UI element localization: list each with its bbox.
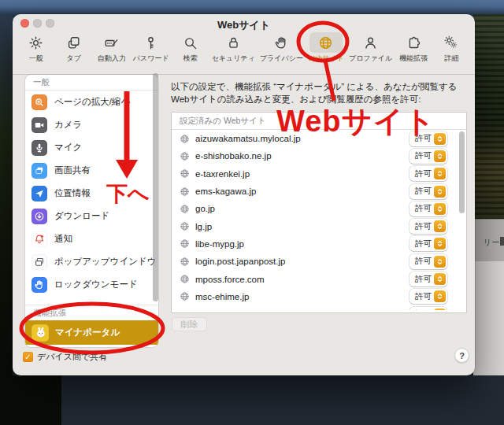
toolbar-tab-icon-well: [309, 32, 343, 53]
sidebar-item-mynaportal-selected[interactable]: マイナポータル: [25, 320, 158, 345]
toolbar-tab[interactable]: タブ: [57, 32, 91, 64]
toolbar-tab[interactable]: 検索: [174, 32, 207, 64]
table-row[interactable]: aizuwakamatsu.mylocal.jp 許可: [172, 130, 466, 147]
table-row[interactable]: login.post.japanpost.jp 許可: [172, 253, 466, 270]
safari-settings-window: Webサイト 一般 タブ 自動入力: [13, 14, 475, 375]
titlebar: Webサイト: [13, 14, 475, 30]
table-row[interactable]: msc-ehime.jp 許可: [172, 288, 466, 305]
toolbar-tab[interactable]: Webサイト: [308, 32, 344, 64]
sidebar-item[interactable]: ページの拡大/縮小: [25, 91, 158, 113]
permission-select[interactable]: 許可: [410, 219, 447, 234]
toolbar-tab-icon-well: [135, 32, 168, 53]
websites-sidebar: 一般 ページの拡大/縮小 カメラ マイク: [25, 75, 158, 347]
toolbar-tab-icon: [28, 35, 43, 50]
sidebar-section-extensions: 機能拡張: [25, 305, 158, 320]
website-domain: e-taxrenkei.jp: [195, 169, 250, 179]
toolbar-tab-label: プロファイル: [349, 54, 392, 64]
sidebar-item-label: マイナポータル: [55, 327, 120, 338]
wallpaper-bottom-left: [0, 375, 61, 425]
sidebar-item-label: カメラ: [54, 119, 82, 131]
background-fragment-chip: [500, 237, 504, 246]
toolbar-tab[interactable]: 機能拡張: [397, 32, 430, 64]
sidebar-item[interactable]: 画面共有: [25, 159, 158, 182]
toolbar-tab-label: プライバシー: [260, 54, 303, 64]
mynaportal-rabbit-icon: [32, 324, 49, 342]
permission-value: 許可: [410, 133, 432, 144]
help-button[interactable]: ?: [454, 348, 469, 363]
toolbar-tab-icon: [363, 35, 378, 50]
permission-select[interactable]: 許可: [410, 184, 447, 199]
configured-websites-table: 設定済みの Webサイト aizuwakamatsu.mylocal.jp 許可: [172, 113, 466, 312]
website-globe-icon: [180, 238, 190, 249]
permission-select[interactable]: 許可: [410, 254, 447, 269]
table-scrollbar[interactable]: [459, 131, 465, 213]
sidebar-item[interactable]: 位置情報: [25, 182, 158, 205]
toolbar-tab-icon-well: [174, 32, 207, 53]
stepper-icon: [434, 133, 446, 145]
sidebar-item[interactable]: ポップアップウインドウ: [25, 250, 158, 273]
toolbar-tab[interactable]: プライバシー: [260, 32, 303, 64]
toolbar-tab[interactable]: セキュリティ: [212, 32, 255, 64]
sidebar-item-label: ポップアップウインドウ: [54, 256, 156, 268]
sidebar-item[interactable]: マイク: [25, 136, 158, 159]
stepper-icon: [434, 290, 446, 302]
permission-select[interactable]: 許可: [410, 236, 447, 251]
table-row[interactable]: go.jp 許可: [172, 200, 466, 217]
website-globe-icon: [180, 274, 190, 284]
toolbar-tab-label: セキュリティ: [212, 54, 255, 64]
toolbar-tab[interactable]: 一般: [20, 32, 53, 64]
table-row[interactable]: lg.jp 許可: [172, 217, 466, 235]
background-fragment-text: リー: [484, 237, 499, 248]
sidebar-item[interactable]: ロックダウンモード: [25, 273, 158, 296]
table-row[interactable]: ems-kagawa.jp 許可: [172, 183, 466, 200]
sidebar-item-label: ロックダウンモード: [54, 279, 138, 290]
toolbar-tab[interactable]: パスワード: [133, 32, 169, 64]
sidebar-item-label: 通知: [54, 233, 72, 245]
permission-value: 許可: [410, 256, 432, 267]
permission-value: 許可: [410, 221, 432, 232]
stepper-icon: [434, 256, 446, 268]
permission-select[interactable]: 許可: [410, 149, 447, 164]
toolbar-tab-label: パスワード: [133, 54, 169, 64]
sidebar-scrollbar[interactable]: [153, 73, 158, 301]
permission-select[interactable]: 許可: [410, 289, 447, 304]
permission-value: 許可: [410, 150, 432, 161]
stepper-icon: [434, 168, 446, 179]
table-row[interactable]: e-taxrenkei.jp 許可: [172, 165, 466, 183]
table-row[interactable]: e-shishobako.ne.jp 許可: [172, 147, 466, 164]
share-checkbox-label: デバイス間で共有: [37, 351, 107, 363]
stepper-icon: [434, 220, 446, 232]
permission-select[interactable]: 許可: [410, 272, 447, 286]
delete-button[interactable]: 削除: [172, 317, 207, 331]
sidebar-item[interactable]: 通知: [25, 227, 158, 250]
toolbar-tab[interactable]: プロファイル: [349, 32, 392, 64]
sidebar-item-label: ダウンロード: [54, 210, 109, 222]
toolbar-tab-label: 詳細: [444, 54, 458, 64]
sidebar-item[interactable]: カメラ: [25, 113, 158, 136]
toolbar-tab-icon: [183, 35, 198, 50]
sidebar-item[interactable]: ダウンロード: [25, 205, 158, 227]
toolbar-tab[interactable]: 詳細: [435, 32, 468, 64]
website-globe-icon: [180, 168, 190, 179]
table-row[interactable]: mposs.force.com 許可: [172, 270, 466, 287]
sidebar-item-icon: [32, 94, 47, 110]
sidebar-item-icon: [32, 231, 47, 247]
table-row[interactable]: libe-mypg.jp 許可: [172, 235, 466, 253]
permission-select[interactable]: 許可: [410, 166, 447, 181]
desktop-bottom-area: [61, 375, 504, 425]
website-domain: go.jp: [195, 204, 215, 213]
toolbar-tab-icon: [66, 35, 81, 50]
permission-select[interactable]: 許可: [410, 201, 447, 216]
toolbar-tab-label: 機能拡張: [399, 54, 428, 64]
share-checkbox[interactable]: ✓: [23, 352, 33, 362]
toolbar-tab-icon-well: [265, 32, 298, 53]
sidebar-spacer: [25, 296, 158, 305]
permission-value: 許可: [410, 291, 432, 302]
table-row-partial[interactable]: 許可: [172, 305, 466, 310]
toolbar-tab-label: 自動入力: [98, 54, 126, 64]
background-window-fragment-lower: [473, 261, 504, 375]
permission-select[interactable]: 許可: [410, 131, 447, 146]
toolbar-tab[interactable]: 自動入力: [95, 32, 128, 64]
toolbar-tab-icon: [143, 35, 158, 50]
permission-select[interactable]: 許可: [410, 307, 447, 310]
